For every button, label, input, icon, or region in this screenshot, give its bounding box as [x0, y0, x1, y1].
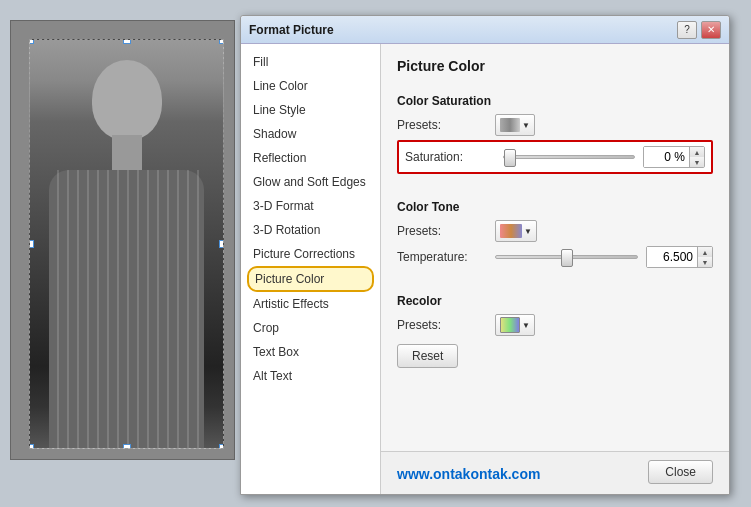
temperature-row: Temperature: ▲ ▼ — [397, 246, 713, 268]
shirt-stripes — [49, 170, 203, 449]
dialog-titlebar: Format Picture ? ✕ — [241, 16, 729, 44]
dialog-title: Format Picture — [249, 23, 334, 37]
sidebar-item-line-color[interactable]: Line Color — [241, 74, 380, 98]
help-button[interactable]: ? — [677, 21, 697, 39]
temperature-spin-down[interactable]: ▼ — [698, 257, 712, 267]
handle-top-left[interactable] — [29, 39, 34, 44]
saturation-presets-label: Presets: — [397, 118, 487, 132]
sidebar-item-fill[interactable]: Fill — [241, 50, 380, 74]
temperature-spin-up[interactable]: ▲ — [698, 247, 712, 257]
recolor-presets-row: Presets: ▼ — [397, 314, 713, 336]
saturation-thumb[interactable] — [504, 149, 516, 167]
handle-bot-left[interactable] — [29, 444, 34, 449]
temperature-value[interactable] — [647, 247, 697, 267]
sidebar-item-picture-color[interactable]: Picture Color — [247, 266, 374, 292]
saturation-preset-arrow: ▼ — [522, 121, 530, 130]
photo-image[interactable] — [29, 39, 224, 449]
color-tone-section: Color Tone Presets: ▼ Temperature: — [397, 196, 713, 272]
saturation-spin-buttons: ▲ ▼ — [689, 147, 704, 167]
sidebar-item-shadow[interactable]: Shadow — [241, 122, 380, 146]
handle-bot-right[interactable] — [219, 444, 224, 449]
temperature-thumb[interactable] — [561, 249, 573, 267]
sidebar-item-crop[interactable]: Crop — [241, 316, 380, 340]
website-link[interactable]: www.ontakontak.com — [397, 458, 540, 486]
sidebar-item-picture-corrections[interactable]: Picture Corrections — [241, 242, 380, 266]
saturation-label: Saturation: — [405, 150, 495, 164]
person-head — [92, 60, 162, 140]
dialog-footer: www.ontakontak.com Close — [381, 451, 729, 494]
nav-panel: Fill Line Color Line Style Shadow Reflec… — [241, 44, 381, 494]
saturation-presets-button[interactable]: ▼ — [495, 114, 535, 136]
saturation-slider[interactable] — [503, 148, 635, 166]
reset-row: Reset — [397, 340, 713, 368]
person-neck — [112, 135, 142, 175]
temperature-spin[interactable]: ▲ ▼ — [646, 246, 713, 268]
saturation-slider-row: Saturation: ▲ ▼ — [397, 140, 713, 174]
temperature-slider[interactable] — [495, 248, 638, 266]
sidebar-item-alt-text[interactable]: Alt Text — [241, 364, 380, 388]
handle-mid-left[interactable] — [29, 240, 34, 248]
temperature-track — [495, 255, 638, 259]
tone-preset-arrow: ▼ — [524, 227, 532, 236]
tone-presets-label: Presets: — [397, 224, 487, 238]
recolor-presets-button[interactable]: ▼ — [495, 314, 535, 336]
handle-top-right[interactable] — [219, 39, 224, 44]
recolor-section: Recolor Presets: ▼ Reset — [397, 290, 713, 372]
saturation-spin-up[interactable]: ▲ — [690, 147, 704, 157]
titlebar-close-button[interactable]: ✕ — [701, 21, 721, 39]
sidebar-item-line-style[interactable]: Line Style — [241, 98, 380, 122]
sidebar-item-reflection[interactable]: Reflection — [241, 146, 380, 170]
titlebar-buttons: ? ✕ — [677, 21, 721, 39]
saturation-spin-down[interactable]: ▼ — [690, 157, 704, 167]
person-shoulders — [49, 170, 203, 449]
content-panel: Picture Color Color Saturation Presets: … — [381, 44, 729, 451]
reset-button[interactable]: Reset — [397, 344, 458, 368]
sidebar-item-glow[interactable]: Glow and Soft Edges — [241, 170, 380, 194]
recolor-presets-label: Presets: — [397, 318, 487, 332]
handle-mid-right[interactable] — [219, 240, 224, 248]
saturation-track — [503, 155, 635, 159]
handle-top-mid[interactable] — [123, 39, 131, 44]
recolor-preset-arrow: ▼ — [522, 321, 530, 330]
recolor-group-label: Recolor — [397, 294, 713, 308]
photo-background — [10, 20, 235, 460]
saturation-group-label: Color Saturation — [397, 94, 713, 108]
dialog-body: Fill Line Color Line Style Shadow Reflec… — [241, 44, 729, 494]
color-saturation-section: Color Saturation Presets: ▼ Saturation: — [397, 90, 713, 178]
section-title: Picture Color — [397, 58, 713, 74]
saturation-preset-icon — [500, 118, 520, 132]
close-button[interactable]: Close — [648, 460, 713, 484]
temperature-label: Temperature: — [397, 250, 487, 264]
format-picture-dialog: Format Picture ? ✕ Fill Line Color Line … — [240, 15, 730, 495]
sidebar-item-3d-rotation[interactable]: 3-D Rotation — [241, 218, 380, 242]
tone-presets-row: Presets: ▼ — [397, 220, 713, 242]
sidebar-item-3d-format[interactable]: 3-D Format — [241, 194, 380, 218]
temperature-spin-buttons: ▲ ▼ — [697, 247, 712, 267]
tone-presets-button[interactable]: ▼ — [495, 220, 537, 242]
tone-group-label: Color Tone — [397, 200, 713, 214]
sidebar-item-text-box[interactable]: Text Box — [241, 340, 380, 364]
saturation-spin[interactable]: ▲ ▼ — [643, 146, 705, 168]
recolor-preset-icon — [500, 317, 520, 333]
handle-bot-mid[interactable] — [123, 444, 131, 449]
tone-preset-icon — [500, 224, 522, 238]
saturation-value[interactable] — [644, 147, 689, 167]
sidebar-item-artistic-effects[interactable]: Artistic Effects — [241, 292, 380, 316]
saturation-presets-row: Presets: ▼ — [397, 114, 713, 136]
